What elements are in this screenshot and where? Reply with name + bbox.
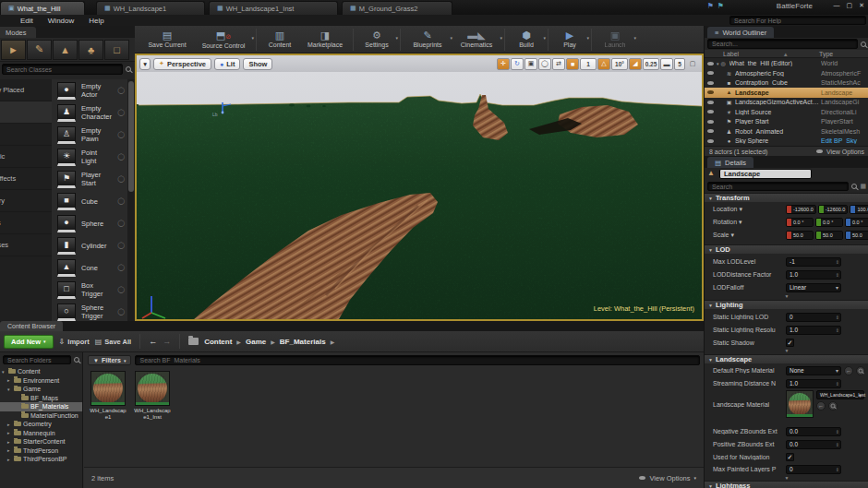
list-item[interactable]: ☀Point Light◯ <box>52 146 127 168</box>
tab-level-what-the-hill[interactable]: ▣ What_the_Hill <box>0 1 85 15</box>
search-folders-input[interactable] <box>3 355 71 364</box>
camera-mode-button[interactable]: ✦Perspective <box>153 58 211 70</box>
grid-snap-icon[interactable]: ■ <box>566 58 579 70</box>
search-assets-input[interactable] <box>135 355 700 365</box>
list-item[interactable]: ♟Empty Character◯ <box>52 101 127 124</box>
place-mode-icon[interactable]: ► <box>1 40 26 60</box>
edit-bp-sky-link[interactable]: Edit BP_Sky <box>821 137 868 144</box>
folder-thirdpersonbp[interactable]: ▸ThirdPersonBP <box>0 455 82 464</box>
grab-handle-icon[interactable]: ◯ <box>117 308 125 315</box>
build-button[interactable]: ⬢ Build ▾ <box>508 26 545 53</box>
angle-snap-icon[interactable]: △ <box>597 58 610 70</box>
grab-handle-icon[interactable]: ◯ <box>117 242 125 249</box>
tab-wh-landscape1[interactable]: ▦ WH_Landscape1 <box>96 1 205 15</box>
positive-zbounds-field[interactable]: 0.0⇕ <box>786 440 841 449</box>
rotate-tool-button[interactable]: ↻ <box>511 58 524 70</box>
close-button[interactable]: ✕ <box>859 2 864 9</box>
search-classes-input[interactable] <box>2 64 123 75</box>
3d-scene[interactable]: Lb Level: What_the_Hill (Persistent) <box>137 72 702 319</box>
viewport-options-button[interactable]: ▾ <box>139 58 151 70</box>
dropdown-caret-icon[interactable]: ▾ <box>251 35 254 41</box>
outliner-row[interactable]: ●Sky SphereEdit BP_Sky <box>705 137 868 147</box>
scale-xyz[interactable]: 50.0 50.0 50.0 <box>786 231 868 240</box>
tab-wh-landscape1-inst[interactable]: ▦ WH_Landscape1_Inst <box>209 1 338 15</box>
list-item[interactable]: ⚑Player Start◯ <box>52 168 127 190</box>
grab-handle-icon[interactable]: ◯ <box>117 197 125 205</box>
static-lighting-lod-field[interactable]: 0⇕ <box>786 313 841 322</box>
browse-icon[interactable] <box>856 366 865 375</box>
folder-materialfunction[interactable]: MaterialFunction <box>0 411 82 421</box>
grab-handle-icon[interactable]: ◯ <box>117 175 125 183</box>
forward-button[interactable]: → <box>163 337 171 346</box>
world-local-toggle-button[interactable]: ◯ <box>538 58 551 70</box>
dropdown-caret-icon[interactable]: ▾ <box>543 35 546 41</box>
geometry-mode-icon[interactable]: □ <box>104 40 129 60</box>
marketplace-button[interactable]: ◨ Marketplace <box>300 26 350 53</box>
translate-tool-button[interactable]: ✛ <box>497 58 510 70</box>
content-button[interactable]: ▥ Content <box>259 26 300 53</box>
outliner-row[interactable]: ≋Atmospheric FogAtmosphericF <box>705 68 868 78</box>
streaming-distance-field[interactable]: 1.0⇕ <box>786 379 841 388</box>
transform-section-header[interactable]: ▼Transform <box>705 193 868 202</box>
folder-thirdperson[interactable]: ▸ThirdPerson <box>0 446 82 456</box>
view-mode-button[interactable]: ●Lit <box>214 58 240 70</box>
max-painted-layers-field[interactable]: 0⇕ <box>786 465 841 474</box>
visibility-eye-icon[interactable] <box>705 62 717 65</box>
maximize-button[interactable]: ▢ <box>847 2 853 9</box>
grab-handle-icon[interactable]: ◯ <box>117 131 125 138</box>
world-outliner-tab[interactable]: ≡World Outliner <box>707 27 774 38</box>
cinematics-button[interactable]: ▬◣ Cinematics ▾ <box>452 26 501 53</box>
camera-speed-value[interactable]: 5 <box>674 58 685 70</box>
lod-section-header[interactable]: ▼LOD <box>705 244 868 254</box>
lighting-section-header[interactable]: ▼Lighting <box>705 300 868 309</box>
lightmass-section-header[interactable]: ▼Lightmass <box>705 481 868 488</box>
outliner-row-selected[interactable]: ▲LandscapeLandscape <box>705 88 868 98</box>
list-item[interactable]: ■Cube◯ <box>52 190 127 212</box>
landscape-mode-icon[interactable]: ▲ <box>53 40 78 60</box>
list-item[interactable]: ▮Cylinder◯ <box>52 234 127 256</box>
folder-game[interactable]: ▾Game <box>0 385 82 394</box>
grab-handle-icon[interactable]: ◯ <box>117 286 125 293</box>
blueprints-button[interactable]: ✎ Blueprints ▾ <box>404 26 452 53</box>
menu-edit[interactable]: Edit <box>20 17 33 25</box>
visibility-eye-icon[interactable] <box>705 101 717 104</box>
folder-geometry[interactable]: ▸Geometry <box>0 420 82 429</box>
category-lights[interactable]: Lights <box>0 124 52 146</box>
camera-speed-icon[interactable]: ▬ <box>660 58 673 70</box>
notification-flag-icons[interactable]: ⚑⚑ <box>707 2 728 10</box>
category-cinematic[interactable]: Cinematic <box>0 146 52 168</box>
maximize-viewport-button[interactable]: ▢ <box>686 58 699 70</box>
back-button[interactable]: ← <box>149 337 157 346</box>
grab-handle-icon[interactable]: ◯ <box>117 220 125 227</box>
list-item[interactable]: ▲Cone◯ <box>52 256 127 279</box>
landscape-section-header[interactable]: ▼Landscape <box>705 354 868 363</box>
folder-mannequin[interactable]: ▸Mannequin <box>0 429 82 438</box>
grid-snap-value[interactable]: 1 <box>580 58 597 70</box>
static-lighting-resolution-field[interactable]: 1.0⇕ <box>786 326 841 335</box>
negative-zbounds-field[interactable]: 0.0⇕ <box>786 427 841 436</box>
folder-bf-materials-selected[interactable]: BF_Materials <box>0 402 82 411</box>
landscape-material-thumbnail[interactable] <box>786 390 814 418</box>
folder-content[interactable]: ▾Content <box>0 367 82 376</box>
folder-startercontent[interactable]: ▸StarterContent <box>0 437 82 446</box>
dropdown-caret-icon[interactable]: ▾ <box>586 35 589 41</box>
category-geometry[interactable]: Geometry <box>0 190 52 212</box>
outliner-header[interactable]: Label Type ▴ <box>705 50 868 58</box>
scale-tool-button[interactable]: ▣ <box>524 58 537 70</box>
browse-icon[interactable] <box>828 401 838 411</box>
category-visual-effects[interactable]: Visual Effects <box>0 168 52 190</box>
outliner-row[interactable]: ⚑Player StartPlayerStart <box>705 117 868 127</box>
visibility-eye-icon[interactable] <box>705 129 717 133</box>
breadcrumb-game[interactable]: Game <box>246 338 266 346</box>
dropdown-caret-icon[interactable]: ▾ <box>500 35 502 41</box>
outliner-view-options[interactable]: View Options <box>816 149 864 155</box>
import-button[interactable]: ⇩Import <box>59 338 90 346</box>
max-lodlevel-field[interactable]: -1⇕ <box>786 257 841 267</box>
grab-handle-icon[interactable]: ◯ <box>117 87 125 94</box>
grab-handle-icon[interactable]: ◯ <box>117 109 125 116</box>
modes-scrollbar[interactable] <box>127 79 135 321</box>
advanced-expander[interactable]: ▼ <box>705 293 868 299</box>
category-volumes[interactable]: Volumes <box>0 212 52 234</box>
outliner-search-input[interactable] <box>707 39 858 49</box>
add-new-button[interactable]: Add New▾ <box>4 335 54 349</box>
